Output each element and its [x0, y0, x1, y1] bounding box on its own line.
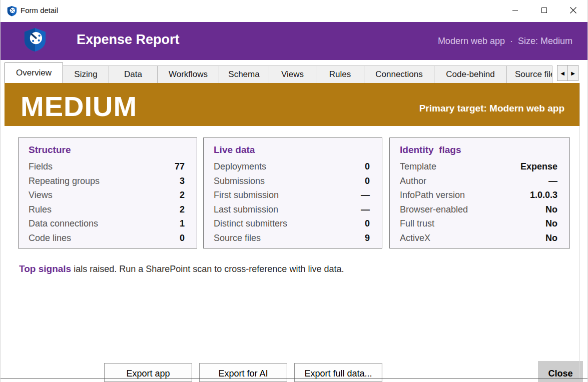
- minimize-button[interactable]: [500, 0, 529, 20]
- stat-row: Fields77: [29, 160, 185, 174]
- maximize-icon: [541, 8, 547, 13]
- stat-label: Views: [29, 188, 53, 202]
- tab-strip: Overview Sizing Data Workflows Schema Vi…: [1, 60, 587, 83]
- form-meta: Modern web app · Size: Medium: [438, 36, 572, 46]
- stat-value: 1: [180, 216, 185, 231]
- stat-value: 0: [180, 231, 185, 246]
- tab-scroll-left-icon: ◀: [560, 70, 564, 76]
- stat-label: Repeating groups: [29, 174, 100, 188]
- stat-row: Last submission—: [214, 202, 370, 217]
- stat-row: First submission—: [214, 188, 370, 202]
- stat-value: No: [545, 202, 557, 217]
- panel-title: Identity flags: [400, 144, 557, 156]
- tab-views[interactable]: Views: [269, 66, 316, 83]
- tab-connections[interactable]: Connections: [364, 66, 434, 83]
- tab-rules[interactable]: Rules: [316, 66, 364, 83]
- stat-row: Author—: [400, 174, 557, 188]
- tabs: Overview Sizing Data Workflows Schema Vi…: [5, 62, 552, 83]
- stat-value: 0: [365, 160, 370, 174]
- tab-scroll-buttons: ◀ ▶: [557, 65, 578, 81]
- stat-label: First submission: [214, 188, 279, 202]
- tab-schema[interactable]: Schema: [219, 66, 269, 83]
- stat-label: Distinct submitters: [214, 216, 287, 231]
- stat-row: Deployments0: [214, 160, 370, 174]
- app-header: Expense Report Modern web app · Size: Me…: [1, 22, 587, 60]
- stat-value: 1.0.0.3: [530, 188, 557, 202]
- top-signals-message: ials raised. Run a SharePoint scan to cr…: [74, 264, 344, 274]
- tab-data[interactable]: Data: [109, 66, 158, 83]
- tab-scroll-left-button[interactable]: ◀: [557, 65, 568, 81]
- stat-label: Deployments: [214, 160, 266, 174]
- live-data-panel: Live data Deployments0 Submissions0 Firs…: [203, 138, 382, 248]
- stat-row: Rules2: [29, 202, 185, 217]
- stat-row: Views2: [29, 188, 185, 202]
- window-bottom-border: [1, 378, 587, 379]
- stat-row: Data connections1: [29, 216, 185, 231]
- stat-label: Full trust: [400, 216, 434, 231]
- tab-page-right-edge: [579, 83, 580, 378]
- stat-row: Browser-enabledNo: [400, 202, 557, 217]
- panel-title: Live data: [214, 144, 370, 156]
- stat-value: No: [545, 231, 557, 246]
- stat-row: Code lines0: [29, 231, 185, 246]
- stat-value: —: [361, 188, 370, 202]
- tab-workflows[interactable]: Workflows: [157, 66, 219, 83]
- window-controls: [500, 0, 587, 20]
- form-title: Expense Report: [77, 32, 180, 48]
- shield-gauge-logo-icon: [24, 27, 47, 52]
- stat-row: Distinct submitters0: [214, 216, 370, 231]
- stat-value: 2: [180, 202, 185, 217]
- stat-row: TemplateExpense: [400, 160, 557, 174]
- identity-flags-panel: Identity flags TemplateExpense Author— I…: [389, 138, 570, 248]
- stat-label: Author: [400, 174, 426, 188]
- tab-overview[interactable]: Overview: [5, 62, 63, 83]
- stat-row: Source files9: [214, 231, 370, 246]
- stat-value: —: [361, 202, 370, 217]
- stat-label: ActiveX: [400, 231, 430, 246]
- window-title: Form detail: [21, 6, 58, 14]
- stat-row: Submissions0: [214, 174, 370, 188]
- stat-label: Fields: [29, 160, 53, 174]
- stat-value: No: [545, 216, 557, 231]
- stat-value: 9: [365, 231, 370, 246]
- stat-label: InfoPath version: [400, 188, 465, 202]
- form-detail-dialog: Form detail Expense Report: [0, 0, 588, 382]
- stat-label: Rules: [29, 202, 52, 217]
- stat-row: Full trustNo: [400, 216, 557, 231]
- stat-label: Source files: [214, 231, 261, 246]
- export-for-ai-button[interactable]: Export for AI: [199, 363, 287, 382]
- stat-row: InfoPath version1.0.0.3: [400, 188, 557, 202]
- title-bar: Form detail: [1, 0, 587, 22]
- tab-scroll-right-icon: ▶: [571, 70, 575, 76]
- stat-value: 0: [365, 174, 370, 188]
- stat-label: Code lines: [29, 231, 71, 246]
- minimize-icon: [512, 10, 518, 10]
- tab-sizing[interactable]: Sizing: [63, 66, 109, 83]
- stat-label: Data connections: [29, 216, 98, 231]
- stat-value: 3: [180, 174, 185, 188]
- export-full-data-button[interactable]: Export full data...: [294, 363, 382, 382]
- close-window-button[interactable]: [558, 0, 587, 20]
- stat-value: 2: [180, 188, 185, 202]
- stat-row: ActiveXNo: [400, 231, 557, 246]
- shield-gauge-icon: [7, 6, 17, 16]
- stat-value: 0: [365, 216, 370, 231]
- close-icon: [569, 6, 577, 14]
- panel-title: Structure: [29, 144, 185, 156]
- export-app-button[interactable]: Export app: [104, 363, 192, 382]
- stat-label: Submissions: [214, 174, 265, 188]
- stat-value: 77: [175, 160, 185, 174]
- maximize-button[interactable]: [529, 0, 558, 20]
- size-banner: MEDIUM Primary target: Modern web app: [5, 83, 579, 126]
- primary-target-label: Primary target: Modern web app: [419, 103, 564, 114]
- tab-code-behind[interactable]: Code-behind: [434, 66, 507, 83]
- top-signals-section: Top signals ials raised. Run a SharePoin…: [19, 264, 344, 274]
- stat-label: Browser-enabled: [400, 202, 468, 217]
- tab-scroll-right-button[interactable]: ▶: [567, 65, 578, 81]
- stat-value: —: [548, 174, 557, 188]
- top-signals-heading: Top signals: [19, 264, 71, 274]
- tab-source-files[interactable]: Source files: [506, 66, 552, 83]
- size-label: MEDIUM: [21, 92, 137, 121]
- structure-panel: Structure Fields77 Repeating groups3 Vie…: [18, 138, 197, 248]
- stat-value: Expense: [520, 160, 557, 174]
